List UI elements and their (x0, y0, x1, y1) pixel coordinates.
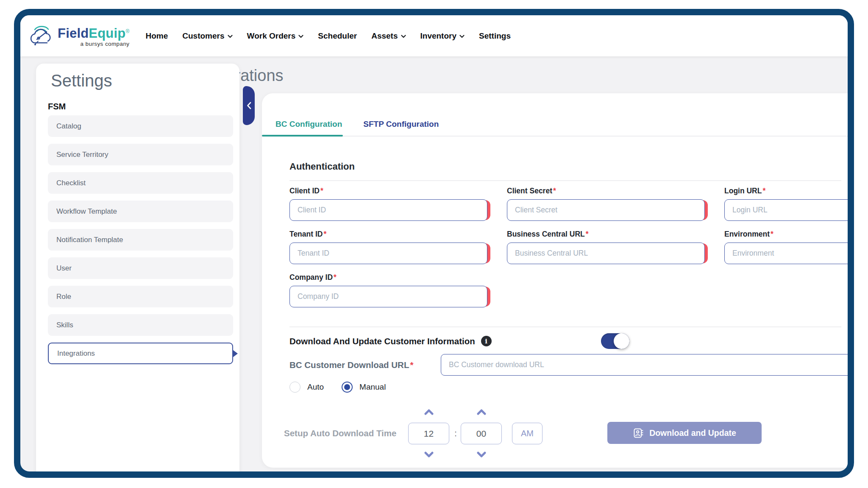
radio-option-manual[interactable]: Manual (342, 382, 386, 393)
client-id-input[interactable] (289, 199, 487, 221)
tab-bar: BC ConfigurationSFTP Configuration (262, 120, 849, 137)
chevron-up-icon (477, 409, 486, 415)
sidebar-item-workflow-template[interactable]: Workflow Template (48, 201, 233, 222)
login-url-input[interactable] (724, 199, 854, 221)
sidebar-section-label: FSM (48, 102, 66, 112)
logo-wordmark: FieldEquip® (58, 25, 130, 40)
sidebar-item-label: User (56, 264, 72, 273)
field-tenant-id: Tenant ID* (289, 230, 487, 264)
sidebar-item-catalog[interactable]: Catalog (48, 115, 233, 137)
field-label: Client ID* (289, 187, 487, 195)
section-divider (289, 326, 841, 327)
required-asterisk: * (586, 230, 589, 238)
sidebar-item-notification-template[interactable]: Notification Template (48, 229, 233, 251)
field-environment: Environment* (724, 230, 854, 264)
minute-increment-button[interactable] (477, 409, 486, 415)
required-asterisk: * (323, 230, 326, 238)
logo-text: FieldEquip® a bursys company (58, 25, 130, 47)
download-customer-info-label: Download And Update Customer Information (289, 336, 475, 346)
tab-bc-configuration[interactable]: BC Configuration (275, 120, 343, 136)
sidebar-item-label: Notification Template (56, 236, 123, 244)
tab-sftp-configuration[interactable]: SFTP Configuration (362, 120, 440, 136)
sidebar-item-skills[interactable]: Skills (48, 314, 233, 336)
bc-customer-download-url-input[interactable] (441, 354, 854, 376)
company-id-input[interactable] (289, 286, 487, 307)
hour-decrement-button[interactable] (424, 452, 434, 457)
tenant-id-input[interactable] (289, 243, 487, 264)
sidebar-title: Settings (51, 71, 112, 90)
chevron-down-icon (228, 35, 233, 38)
field-client-secret: Client Secret* (507, 187, 705, 221)
nav-item-label: Scheduler (318, 31, 357, 41)
sidebar-item-label: Skills (56, 321, 73, 329)
bc-customer-download-url-label: BC Customer Download URL* (289, 354, 413, 376)
sidebar-item-role[interactable]: Role (48, 286, 233, 307)
sidebar-item-integrations[interactable]: Integrations (48, 343, 233, 364)
sidebar-item-checklist[interactable]: Checklist (48, 172, 233, 194)
nav-item-assets[interactable]: Assets (371, 31, 406, 41)
required-asterisk: * (762, 187, 765, 195)
nav-item-scheduler[interactable]: Scheduler (318, 31, 357, 41)
cloud-logo-icon (26, 23, 56, 49)
field-label: Client Secret* (507, 187, 705, 195)
logo-tagline: a bursys company (81, 41, 130, 47)
settings-sidebar: Settings FSM CatalogService TerritoryChe… (36, 64, 239, 478)
business-central-url-input[interactable] (507, 243, 705, 264)
chevron-down-icon (459, 35, 465, 38)
hour-increment-button[interactable] (424, 409, 434, 415)
nav-item-home[interactable]: Home (146, 31, 168, 41)
required-asterisk: * (771, 230, 773, 238)
minute-stepper: 00 (461, 409, 502, 457)
browser-frame: FieldEquip® a bursys company HomeCustome… (14, 9, 854, 478)
integrations-card: BC ConfigurationSFTP Configuration Authe… (262, 93, 854, 468)
required-asterisk: * (320, 187, 323, 195)
authentication-form: Client ID*Client Secret*Login URL*Tenant… (289, 187, 854, 307)
field-label: Environment* (724, 230, 854, 239)
radio-option-auto[interactable]: Auto (289, 382, 324, 393)
top-navbar: FieldEquip® a bursys company HomeCustome… (20, 15, 848, 56)
nav-item-label: Customers (182, 31, 224, 41)
nav-item-settings[interactable]: Settings (479, 31, 511, 41)
nav-item-label: Home (146, 31, 168, 41)
chevron-left-icon (247, 102, 251, 109)
environment-input[interactable] (724, 243, 854, 264)
nav-item-label: Settings (479, 31, 511, 41)
input-wrapper (507, 199, 705, 221)
chevron-down-icon (477, 452, 486, 457)
download-and-update-button[interactable]: Download and Update (607, 422, 762, 444)
setup-auto-download-time-label: Setup Auto Download Time (284, 421, 408, 446)
sidebar-item-label: Checklist (56, 179, 86, 187)
sidebar-item-user[interactable]: User (48, 257, 233, 279)
chevron-down-icon (401, 35, 406, 38)
sidebar-collapse-button[interactable] (243, 86, 255, 125)
field-label: Login URL* (724, 187, 854, 195)
minute-value-box[interactable]: 00 (461, 423, 502, 444)
customer-info-toggle[interactable] (601, 333, 629, 349)
input-wrapper (289, 286, 487, 307)
fieldequip-logo[interactable]: FieldEquip® a bursys company (26, 23, 130, 49)
bc-customer-download-url-row: BC Customer Download URL* (289, 354, 854, 376)
nav-item-work-orders[interactable]: Work Orders (247, 31, 304, 41)
field-login-url: Login URL* (724, 187, 854, 221)
meridiem-toggle[interactable]: AM (512, 423, 542, 444)
radio-label: Auto (307, 382, 324, 392)
chevron-down-icon (298, 35, 303, 38)
nav-item-inventory[interactable]: Inventory (420, 31, 465, 41)
input-wrapper (507, 243, 705, 264)
main-nav: HomeCustomersWork OrdersSchedulerAssetsI… (146, 31, 511, 41)
nav-item-label: Inventory (420, 31, 457, 41)
toggle-knob (614, 333, 629, 349)
minute-decrement-button[interactable] (477, 452, 486, 457)
hour-value-box[interactable]: 12 (408, 423, 449, 444)
radio-unselected-icon (289, 382, 300, 393)
client-secret-input[interactable] (507, 199, 705, 221)
sidebar-item-label: Integrations (57, 349, 95, 358)
sidebar-item-service-territory[interactable]: Service Territory (48, 144, 233, 165)
nav-item-label: Work Orders (247, 31, 296, 41)
sidebar-item-list: CatalogService TerritoryChecklistWorkflo… (48, 115, 233, 371)
nav-item-customers[interactable]: Customers (182, 31, 232, 41)
radio-selected-icon (342, 382, 353, 393)
info-icon[interactable]: i (481, 336, 492, 346)
sidebar-item-label: Role (56, 293, 71, 301)
chevron-down-icon (424, 452, 434, 457)
